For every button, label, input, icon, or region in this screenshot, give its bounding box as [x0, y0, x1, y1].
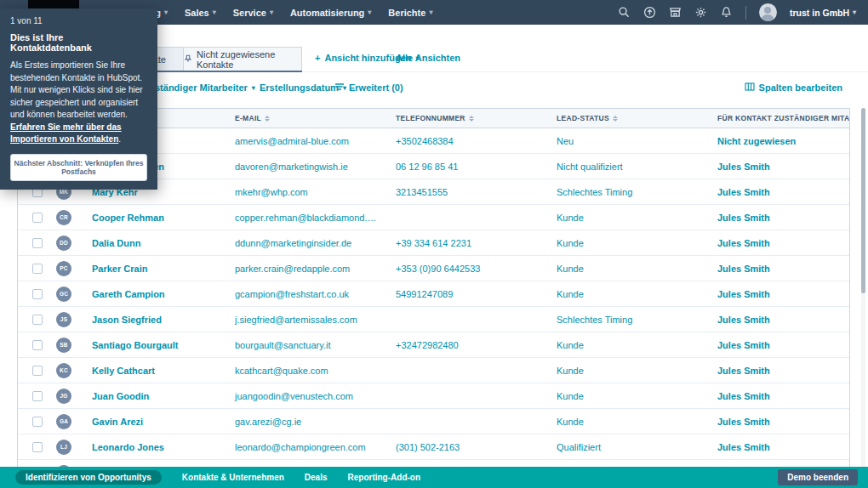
notifications-bell-icon[interactable] [720, 6, 733, 19]
row-avatar-cell: PC [56, 261, 75, 276]
demo-step-identifizieren-von-opportunitys[interactable]: Identifizieren von Opportunitys [15, 470, 162, 485]
contact-email-link[interactable]: davoren@marketingwish.ie [218, 162, 379, 172]
lead-status-value: Kunde [540, 264, 700, 274]
row-checkbox[interactable] [32, 391, 43, 401]
demo-step-deals[interactable]: Deals [305, 473, 328, 482]
contact-phone-link[interactable]: 06 12 96 85 41 [379, 162, 540, 172]
contact-owner-link[interactable]: Jules Smith [700, 213, 849, 223]
contact-name-link[interactable]: Jason Siegfried [75, 315, 218, 325]
demo-step-reporting-add-on[interactable]: Reporting-Add-on [348, 473, 421, 482]
nav-item-service[interactable]: Service▾ [233, 8, 273, 18]
contact-phone-link[interactable]: +32472982480 [379, 340, 540, 350]
tabs-bottom-hairline [302, 71, 868, 72]
chevron-down-icon: ▾ [164, 9, 168, 16]
contact-name-link[interactable]: Juan Goodin [75, 391, 218, 401]
lead-status-value: Kunde [540, 417, 700, 427]
row-checkbox[interactable] [32, 238, 43, 248]
row-checkbox[interactable] [32, 289, 43, 299]
contact-owner-link[interactable]: Nicht zugewiesen [700, 136, 849, 146]
contact-owner-link[interactable]: Jules Smith [700, 340, 849, 350]
contact-name-link[interactable]: Gareth Campion [75, 289, 218, 299]
contact-phone-link[interactable]: +3502468384 [379, 136, 540, 146]
row-checkbox-cell [18, 238, 56, 248]
contact-phone-link[interactable]: (301) 502-2163 [379, 442, 540, 452]
demo-step-kontakte-unternehmen[interactable]: Kontakte & Unternehmen [182, 473, 284, 482]
contact-owner-link[interactable]: Jules Smith [700, 442, 849, 452]
lead-status-value: Neu [540, 136, 700, 146]
contact-owner-link[interactable]: Jules Smith [700, 187, 849, 197]
contact-name-link[interactable]: Leonardo Jones [75, 442, 218, 452]
row-avatar-cell: JG [56, 389, 75, 404]
row-checkbox[interactable] [32, 366, 43, 376]
column-header-lead-status[interactable]: Lead-Status [540, 114, 700, 122]
contact-owner-link[interactable]: Jules Smith [700, 162, 849, 172]
column-header-email[interactable]: E-Mail [218, 114, 379, 122]
nav-item-sales[interactable]: Sales▾ [185, 8, 216, 18]
contact-email-link[interactable]: ddunn@marketinginsider.de [218, 238, 379, 248]
table-row: SBSantiago Bourgaultbourgault@sanctuary.… [18, 332, 849, 358]
settings-gear-icon[interactable] [694, 6, 707, 19]
edit-columns-button[interactable]: Spalten bearbeiten [745, 82, 842, 93]
end-demo-button[interactable]: Demo beenden [778, 469, 858, 485]
contact-name-link[interactable]: Gavin Arezi [75, 417, 218, 427]
contact-name-link[interactable]: Santiago Bourgault [75, 340, 218, 350]
contact-email-link[interactable]: gcampion@freshstart.co.uk [218, 289, 379, 299]
tour-next-section-button[interactable]: Nächster Abschnitt: Verknüpfen Ihres Pos… [10, 154, 147, 181]
account-menu[interactable]: trust in GmbH ▾ [790, 8, 856, 18]
contact-owner-link[interactable]: Jules Smith [700, 264, 849, 274]
contact-email-link[interactable]: amervis@admiral-blue.com [218, 136, 379, 146]
contact-owner-link[interactable]: Jules Smith [700, 289, 849, 299]
chevron-down-icon: ▾ [368, 9, 371, 16]
marketplace-icon[interactable] [669, 6, 682, 19]
chevron-down-icon: ▾ [213, 9, 216, 16]
contact-owner-link[interactable]: Jules Smith [700, 238, 849, 248]
upload-icon[interactable] [643, 6, 656, 19]
contact-name-link[interactable]: Parker Crain [75, 264, 218, 274]
row-checkbox[interactable] [32, 213, 43, 223]
contact-owner-link[interactable]: Jules Smith [700, 315, 849, 325]
column-header-owner[interactable]: Für Kontakt zuständiger Mitarbeiter [700, 114, 850, 122]
contact-owner-link[interactable]: Jules Smith [700, 417, 849, 427]
nav-item-berichte[interactable]: Berichte▾ [388, 8, 432, 18]
contact-name-link[interactable]: Dalia Dunn [75, 238, 218, 248]
contact-email-link[interactable]: parker.crain@redapple.com [218, 264, 379, 274]
contact-initials-avatar: JS [56, 312, 71, 327]
column-header-owner-label: Für Kontakt zuständiger Mitarbeiter [717, 114, 850, 122]
all-views-link[interactable]: Alle Ansichten [396, 53, 460, 63]
row-checkbox[interactable] [32, 442, 43, 452]
contact-owner-link[interactable]: Jules Smith [700, 366, 849, 376]
advanced-filters-button[interactable]: Erweitert (0) [334, 82, 403, 93]
contact-initials-avatar: PC [56, 261, 71, 276]
column-header-phone[interactable]: Telefonnummer [379, 114, 540, 122]
user-avatar[interactable] [759, 3, 777, 21]
scrollbar-thumb[interactable] [861, 108, 865, 293]
contact-phone-link[interactable]: 3213451555 [379, 187, 540, 197]
contact-phone-link[interactable]: +353 (0)90 6442533 [379, 264, 540, 274]
row-checkbox[interactable] [32, 315, 43, 325]
advanced-filters-label: Erweitert (0) [349, 82, 403, 93]
contact-email-link[interactable]: gav.arezi@cg.ie [218, 417, 379, 427]
contact-email-link[interactable]: bourgault@sanctuary.it [218, 340, 379, 350]
contact-email-link[interactable]: juangoodin@venustech.com [218, 391, 379, 401]
contact-email-link[interactable]: j.siegfried@artemissales.com [218, 315, 379, 325]
row-checkbox[interactable] [32, 417, 43, 427]
table-row: JGJuan Goodinjuangoodin@venustech.comKun… [18, 383, 849, 409]
table-columns-icon [745, 82, 755, 93]
contact-email-link[interactable]: kcathcart@quake.com [218, 366, 379, 376]
nav-item-automatisierung[interactable]: Automatisierung▾ [290, 8, 371, 18]
column-header-lead-status-label: Lead-Status [557, 114, 609, 122]
contact-name-link[interactable]: Cooper Rehman [75, 213, 218, 223]
tour-import-link[interactable]: Erfahren Sie mehr über das Importieren v… [10, 122, 122, 145]
contact-name-link[interactable]: Kelly Cathcart [75, 366, 218, 376]
contact-phone-link[interactable]: +39 334 614 2231 [379, 238, 540, 248]
contact-email-link[interactable]: mkehr@whp.com [218, 187, 379, 197]
create-date-filter-dropdown[interactable]: Erstellungsdatum ▾ [260, 82, 346, 93]
search-icon[interactable] [618, 6, 631, 19]
row-checkbox[interactable] [32, 264, 43, 274]
contact-email-link[interactable]: leonardo@championgreen.com [218, 442, 379, 452]
contact-owner-link[interactable]: Jules Smith [700, 391, 849, 401]
row-checkbox[interactable] [32, 340, 43, 350]
tab-unassigned-contacts[interactable]: Nicht zugewiesene Kontakte [184, 47, 302, 71]
contact-email-link[interactable]: copper.rehman@blackdiamond.com [218, 213, 379, 223]
contact-phone-link[interactable]: 54991247089 [379, 289, 540, 299]
